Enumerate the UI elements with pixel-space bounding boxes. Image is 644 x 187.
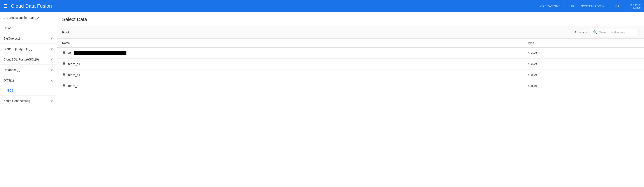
sidebar: ‹ Connections in "team_A" Upload BigQuer…	[0, 12, 57, 187]
data-table: Name Type df-bucket team_a1bucket team_b…	[57, 39, 644, 91]
gcs-label: GCS(1)	[4, 79, 50, 82]
bucket-count: 4 buckets	[574, 30, 587, 34]
chevron-down-icon: ∨	[50, 47, 53, 51]
edition-badge: EnterpriseEdition	[630, 3, 640, 9]
kafka-label: Kafka Connector(0)	[4, 99, 50, 103]
cell-type: bucket	[522, 47, 644, 58]
gcs-connection-label: GCS	[7, 89, 14, 92]
sidebar-header[interactable]: ‹ Connections in "team_A"	[0, 12, 57, 23]
sidebar-item-kafka[interactable]: Kafka Connector(0) ∨	[0, 96, 57, 106]
search-box: 🔍	[590, 29, 639, 36]
bucket-name: team_b1	[68, 73, 80, 77]
database-section: Database(0) ∨	[0, 65, 57, 75]
cell-type: bucket	[522, 58, 644, 69]
sidebar-item-gcs[interactable]: GCS(1) ∧	[0, 75, 57, 85]
top-nav: ☰ Cloud Data Fusion OPERATIONS HUB SYSTE…	[0, 0, 644, 12]
chevron-down-icon: ∨	[50, 36, 53, 40]
sidebar-item-database[interactable]: Database(0) ∨	[0, 65, 57, 75]
cell-name: df-	[57, 47, 522, 58]
kafka-section: Kafka Connector(0) ∨	[0, 96, 57, 106]
cell-name: team_b1	[57, 69, 522, 80]
sidebar-item-upload[interactable]: Upload	[0, 23, 57, 33]
upload-label: Upload	[4, 26, 53, 30]
search-icon: 🔍	[593, 30, 598, 34]
brand-title: Cloud Data Fusion	[11, 3, 540, 9]
database-label: Database(0)	[4, 68, 50, 72]
breadcrumb: Root	[62, 30, 574, 34]
bucket-icon	[62, 62, 66, 66]
browser-panel: Root 4 buckets 🔍 Name Type df-bucket	[57, 26, 644, 91]
chevron-down-icon: ∨	[50, 68, 53, 72]
redacted-text	[74, 51, 126, 55]
table-row[interactable]: team_b1bucket	[57, 69, 644, 80]
cloudsql-postgres-section: CloudSQL PostgreSQL(0) ∨	[0, 54, 57, 65]
browser-toolbar: Root 4 buckets 🔍	[57, 26, 644, 39]
back-arrow-icon: ‹	[4, 16, 4, 20]
table-row[interactable]: team_a1bucket	[57, 58, 644, 69]
menu-icon[interactable]: ☰	[4, 3, 8, 9]
nav-operations[interactable]: OPERATIONS	[540, 4, 560, 8]
nav-hub[interactable]: HUB	[568, 4, 574, 8]
cloudsql-mysql-label: CloudSQL MySQL(0)	[4, 47, 50, 51]
sidebar-header-label: Connections in "team_A"	[6, 16, 40, 19]
table-row[interactable]: team_c1bucket	[57, 80, 644, 91]
table-body: df-bucket team_a1bucket team_b1bucket te…	[57, 47, 644, 91]
sidebar-item-cloudsql-postgres[interactable]: CloudSQL PostgreSQL(0) ∨	[0, 54, 57, 64]
sidebar-item-bigquery[interactable]: BigQuery(1) ∨	[0, 33, 57, 43]
bigquery-section: BigQuery(1) ∨	[0, 33, 57, 44]
search-input[interactable]	[599, 30, 636, 34]
sidebar-sub-item-gcs[interactable]: GCS ⋮	[0, 85, 57, 95]
layout: ‹ Connections in "team_A" Upload BigQuer…	[0, 12, 644, 187]
gear-icon[interactable]: ⚙	[615, 3, 619, 9]
sidebar-item-cloudsql-mysql[interactable]: CloudSQL MySQL(0) ∨	[0, 44, 57, 54]
main-content: Select Data Root 4 buckets 🔍 Name Type	[57, 12, 644, 187]
cell-name: team_c1	[57, 80, 522, 91]
cloudsql-mysql-section: CloudSQL MySQL(0) ∨	[0, 44, 57, 54]
bucket-name: team_c1	[68, 84, 80, 88]
nav-links: OPERATIONS HUB SYSTEM ADMIN ⚙ Enterprise…	[540, 3, 640, 9]
chevron-up-icon: ∧	[50, 78, 53, 82]
cell-name: team_a1	[57, 58, 522, 69]
chevron-down-icon: ∨	[50, 99, 53, 103]
more-icon[interactable]: ⋮	[49, 88, 53, 93]
col-name: Name	[57, 39, 522, 47]
gcs-section: GCS(1) ∧ GCS ⋮	[0, 75, 57, 96]
bucket-name: team_a1	[68, 62, 80, 66]
bucket-icon	[62, 72, 66, 77]
bucket-icon	[62, 51, 66, 55]
page-title: Select Data	[62, 16, 639, 22]
nav-system-admin[interactable]: SYSTEM ADMIN	[581, 4, 604, 8]
table-row[interactable]: df-bucket	[57, 47, 644, 58]
bigquery-label: BigQuery(1)	[4, 37, 50, 40]
cell-type: bucket	[522, 69, 644, 80]
col-type: Type	[522, 39, 644, 47]
cloudsql-postgres-label: CloudSQL PostgreSQL(0)	[4, 58, 50, 61]
cell-type: bucket	[522, 80, 644, 91]
table-header: Name Type	[57, 39, 644, 47]
bucket-icon	[62, 83, 66, 88]
chevron-down-icon: ∨	[50, 57, 53, 61]
bucket-name-prefix: df-	[68, 51, 72, 55]
upload-section: Upload	[0, 23, 57, 33]
main-header: Select Data	[57, 12, 644, 26]
